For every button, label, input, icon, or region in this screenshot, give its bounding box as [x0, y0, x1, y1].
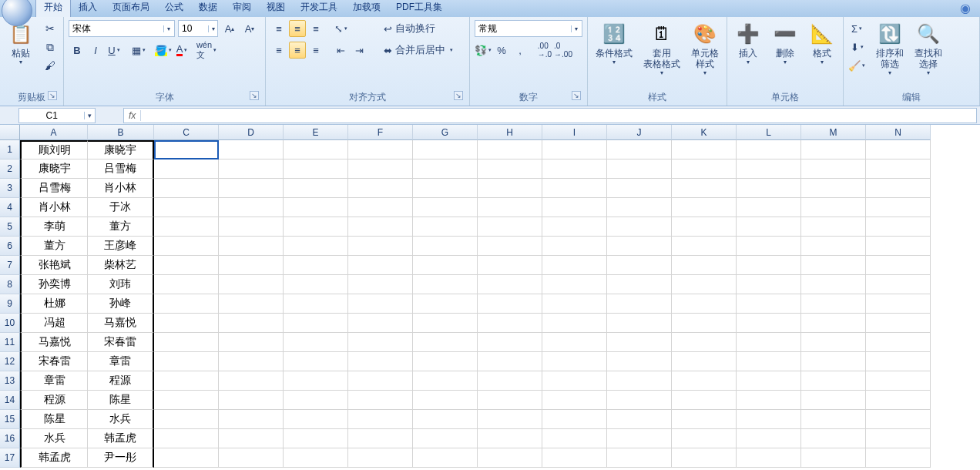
select-all-corner[interactable]: [0, 125, 20, 140]
cell-F17[interactable]: [348, 448, 413, 468]
cell-A6[interactable]: 董方: [20, 237, 88, 256]
cell-N15[interactable]: [866, 410, 931, 429]
cell-B1[interactable]: 康晓宇: [88, 140, 154, 159]
column-header-B[interactable]: B: [88, 125, 154, 140]
cell-D14[interactable]: [219, 391, 284, 410]
tab-数据[interactable]: 数据: [191, 0, 225, 17]
cell-L11[interactable]: [737, 333, 801, 352]
align-left-button[interactable]: ≡: [270, 42, 287, 59]
cell-F10[interactable]: [348, 314, 413, 333]
font-size-input[interactable]: [179, 23, 208, 34]
number-format-combo[interactable]: ▾: [475, 20, 582, 37]
row-header-4[interactable]: 4: [0, 198, 20, 217]
cell-D3[interactable]: [219, 179, 284, 198]
cell-M8[interactable]: [801, 275, 866, 294]
percent-button[interactable]: %: [493, 42, 510, 59]
cell-F12[interactable]: [348, 352, 413, 371]
cell-H14[interactable]: [478, 391, 542, 410]
cell-L1[interactable]: [737, 140, 801, 159]
cell-J6[interactable]: [607, 237, 672, 256]
orientation-button[interactable]: ⤡▾: [332, 20, 349, 37]
cell-M14[interactable]: [801, 391, 866, 410]
dialog-launcher-icon[interactable]: ↘: [250, 91, 259, 100]
cell-K14[interactable]: [672, 391, 737, 410]
cell-N2[interactable]: [866, 159, 931, 179]
cell-L10[interactable]: [737, 314, 801, 333]
cell-D15[interactable]: [219, 410, 284, 429]
cell-A8[interactable]: 孙奕博: [20, 275, 88, 294]
cell-B17[interactable]: 尹一彤: [88, 448, 154, 468]
cell-D16[interactable]: [219, 429, 284, 448]
cell-G13[interactable]: [413, 371, 478, 391]
cell-A11[interactable]: 马嘉悦: [20, 333, 88, 352]
cell-D11[interactable]: [219, 333, 284, 352]
cell-M15[interactable]: [801, 410, 866, 429]
cell-J16[interactable]: [607, 429, 672, 448]
fx-icon[interactable]: fx: [124, 110, 141, 121]
cell-M7[interactable]: [801, 256, 866, 275]
name-box-input[interactable]: [19, 110, 84, 121]
cell-C16[interactable]: [154, 429, 219, 448]
cell-M16[interactable]: [801, 429, 866, 448]
row-header-12[interactable]: 12: [0, 352, 20, 371]
cell-H10[interactable]: [478, 314, 542, 333]
cell-J17[interactable]: [607, 448, 672, 468]
cell-M13[interactable]: [801, 371, 866, 391]
cell-J14[interactable]: [607, 391, 672, 410]
cell-E17[interactable]: [284, 448, 348, 468]
cell-I5[interactable]: [542, 217, 607, 237]
cell-L15[interactable]: [737, 410, 801, 429]
cell-D9[interactable]: [219, 294, 284, 314]
copy-button[interactable]: ⧉: [42, 39, 59, 55]
cell-L16[interactable]: [737, 429, 801, 448]
cell-B3[interactable]: 肖小林: [88, 179, 154, 198]
cell-M3[interactable]: [801, 179, 866, 198]
column-header-C[interactable]: C: [154, 125, 219, 140]
cell-D13[interactable]: [219, 371, 284, 391]
cell-N11[interactable]: [866, 333, 931, 352]
cell-G6[interactable]: [413, 237, 478, 256]
cell-K11[interactable]: [672, 333, 737, 352]
cell-C15[interactable]: [154, 410, 219, 429]
cell-N16[interactable]: [866, 429, 931, 448]
cell-N7[interactable]: [866, 256, 931, 275]
cell-A1[interactable]: 顾刘明: [20, 140, 88, 159]
tab-公式[interactable]: 公式: [157, 0, 191, 17]
cell-A2[interactable]: 康晓宇: [20, 159, 88, 179]
row-header-8[interactable]: 8: [0, 275, 20, 294]
cell-G16[interactable]: [413, 429, 478, 448]
cell-A10[interactable]: 冯超: [20, 314, 88, 333]
cell-F14[interactable]: [348, 391, 413, 410]
cell-J4[interactable]: [607, 198, 672, 217]
cell-M6[interactable]: [801, 237, 866, 256]
cell-F16[interactable]: [348, 429, 413, 448]
cell-E2[interactable]: [284, 159, 348, 179]
decrease-indent-button[interactable]: ⇤: [332, 42, 349, 59]
cell-I4[interactable]: [542, 198, 607, 217]
cell-F5[interactable]: [348, 217, 413, 237]
chevron-down-icon[interactable]: ▾: [208, 25, 217, 32]
cell-D7[interactable]: [219, 256, 284, 275]
cell-K17[interactable]: [672, 448, 737, 468]
cell-N12[interactable]: [866, 352, 931, 371]
cell-D4[interactable]: [219, 198, 284, 217]
cell-J10[interactable]: [607, 314, 672, 333]
cell-E10[interactable]: [284, 314, 348, 333]
cell-K3[interactable]: [672, 179, 737, 198]
cell-G1[interactable]: [413, 140, 478, 159]
cell-B11[interactable]: 宋春雷: [88, 333, 154, 352]
cell-L17[interactable]: [737, 448, 801, 468]
cell-A17[interactable]: 韩孟虎: [20, 448, 88, 468]
column-header-I[interactable]: I: [542, 125, 607, 140]
cell-M11[interactable]: [801, 333, 866, 352]
font-name-input[interactable]: [69, 23, 163, 34]
cell-L7[interactable]: [737, 256, 801, 275]
align-right-button[interactable]: ≡: [307, 42, 324, 59]
cell-C12[interactable]: [154, 352, 219, 371]
increase-decimal-button[interactable]: .00→.0: [536, 42, 553, 59]
cell-K6[interactable]: [672, 237, 737, 256]
cell-J7[interactable]: [607, 256, 672, 275]
name-box[interactable]: ▾: [18, 108, 96, 123]
cell-G2[interactable]: [413, 159, 478, 179]
cell-C13[interactable]: [154, 371, 219, 391]
